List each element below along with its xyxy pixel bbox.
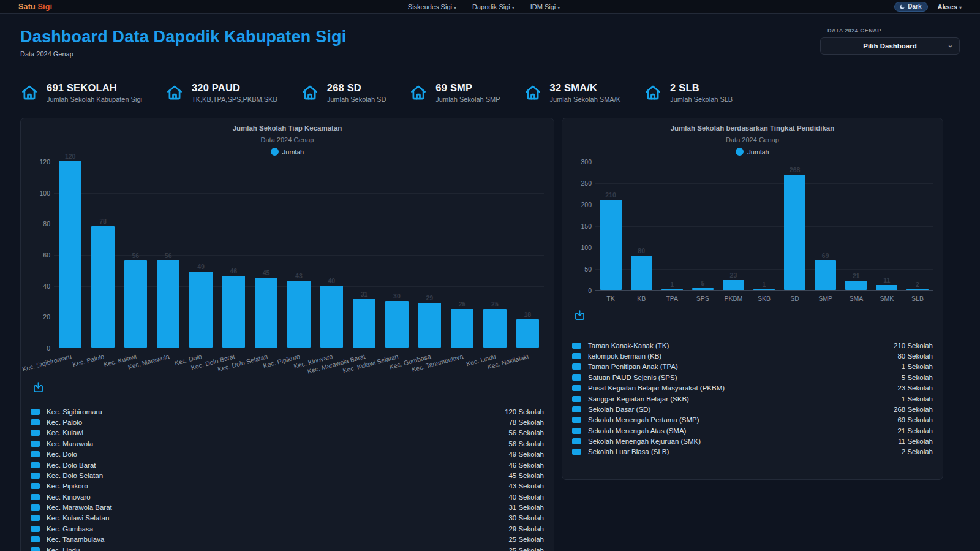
bar-slot: 210 xyxy=(595,191,626,290)
legend-row-value: 31 Sekolah xyxy=(508,504,544,511)
bar[interactable] xyxy=(418,303,441,348)
legend-row: Kec. Tanambulava25 Sekolah xyxy=(31,534,544,545)
bar-value-label: 268 xyxy=(790,166,801,173)
bar-slot: 43 xyxy=(282,272,315,348)
legend-marker-icon xyxy=(572,438,581,444)
bar-slot: 268 xyxy=(780,166,810,290)
legend-row: kelompok bermain (KB)80 Sekolah xyxy=(572,351,933,361)
legend-marker-icon xyxy=(572,353,581,359)
legend-marker-icon xyxy=(572,449,581,455)
bar-slot: 69 xyxy=(810,252,841,290)
bar-slot: 5 xyxy=(687,279,718,291)
bar[interactable] xyxy=(157,260,179,348)
legend-row: Sanggar Kegiatan Belajar (SKB)1 Sekolah xyxy=(572,393,933,404)
legend-row-value: 210 Sekolah xyxy=(894,342,933,349)
legend-row-label: Kec. Dolo Selatan xyxy=(47,472,103,479)
x-axis-label: SLB xyxy=(911,295,924,302)
bar[interactable] xyxy=(815,260,836,290)
bar-slot: 56 xyxy=(119,252,152,348)
legend-marker-icon xyxy=(572,396,581,402)
bar[interactable] xyxy=(124,260,147,348)
legend-row: Sekolah Menengah Kejuruan (SMK)11 Sekola… xyxy=(572,436,933,446)
y-axis-tick: 20 xyxy=(31,313,50,321)
bar[interactable] xyxy=(600,200,622,290)
bar[interactable] xyxy=(320,286,343,348)
chart-legend-jumlah[interactable]: Jumlah xyxy=(572,148,933,156)
bar[interactable] xyxy=(516,319,539,348)
download-chart-button[interactable] xyxy=(573,309,586,322)
chevron-down-icon: ▾ xyxy=(454,5,456,10)
stat-value: 69 SMP xyxy=(435,82,500,94)
bar[interactable] xyxy=(631,256,652,290)
bar[interactable] xyxy=(287,281,310,348)
legend-row-value: 1 Sekolah xyxy=(902,363,933,370)
chart-legend-jumlah[interactable]: Jumlah xyxy=(31,148,544,156)
legend-row: Kec. Dolo Barat46 Sekolah xyxy=(31,460,544,470)
y-axis-tick: 40 xyxy=(31,283,50,290)
bar-value-label: 40 xyxy=(328,277,335,284)
legend-row-value: 69 Sekolah xyxy=(897,416,933,424)
bar-value-label: 25 xyxy=(491,300,499,308)
bar[interactable] xyxy=(692,288,714,291)
stat-item: 691 SEKOLAHJumlah Sekolah Kabupaten Sigi xyxy=(20,82,142,103)
akses-dropdown[interactable]: Akses ▾ xyxy=(938,3,962,10)
bar-slot: 31 xyxy=(348,291,380,348)
y-axis-tick: 120 xyxy=(31,158,50,165)
bar[interactable] xyxy=(753,289,775,291)
stat-desc: TK,KB,TPA,SPS,PKBM,SKB xyxy=(192,96,277,103)
dashboard-picker: DATA 2024 GENAP Pilih Dashboard ⌄ xyxy=(820,28,960,55)
x-axis-label: SD xyxy=(790,295,799,302)
legend-row: Kec. Pipikoro43 Sekolah xyxy=(31,481,544,492)
bar[interactable] xyxy=(451,309,473,348)
bar[interactable] xyxy=(784,175,805,290)
bar[interactable] xyxy=(907,289,928,291)
nav-item-label: Dapodik Sigi xyxy=(472,3,510,10)
legend-row-value: 56 Sekolah xyxy=(508,429,544,436)
x-axis-label: PKBM xyxy=(725,295,743,302)
bar[interactable] xyxy=(91,226,114,348)
legend-marker-icon xyxy=(31,494,40,500)
legend-row-label: Kec. Lindu xyxy=(47,547,80,551)
bar-slot: 40 xyxy=(315,277,348,348)
x-axis-label: SMK xyxy=(880,295,894,302)
stat-item: 32 SMA/KJumlah Sekolah SMA/K xyxy=(524,82,621,103)
page-subtitle: Data 2024 Genap xyxy=(20,50,346,58)
bar-chart-plot: 050100150200250300 21080152312686921112 xyxy=(595,162,933,291)
nav-item-siskeudes[interactable]: Siskeudes Sigi▾ xyxy=(408,3,456,10)
nav-item-label: IDM Sigi xyxy=(530,3,556,10)
nav-item-idm[interactable]: IDM Sigi▾ xyxy=(530,3,560,10)
legend-marker-icon xyxy=(31,515,40,521)
bar[interactable] xyxy=(222,276,245,348)
download-chart-button[interactable] xyxy=(32,381,45,394)
nav-item-dapodik[interactable]: Dapodik Sigi▾ xyxy=(472,3,514,10)
stat-desc: Jumlah Sekolah Kabupaten Sigi xyxy=(47,96,142,103)
bar[interactable] xyxy=(662,289,683,291)
bar[interactable] xyxy=(385,301,408,348)
legend-row-label: Sanggar Kegiatan Belajar (SKB) xyxy=(588,395,689,403)
bar[interactable] xyxy=(353,299,375,348)
legend-row-label: Kec. Marawola Barat xyxy=(47,504,112,511)
bar[interactable] xyxy=(59,161,81,348)
bar[interactable] xyxy=(845,281,867,290)
legend-marker-icon xyxy=(31,462,40,468)
bar[interactable] xyxy=(723,280,744,290)
bar-value-label: 11 xyxy=(883,276,890,284)
brand-satu: Satu xyxy=(18,2,36,11)
bar[interactable] xyxy=(189,272,212,348)
x-axis-label: SMP xyxy=(818,295,832,302)
legend-row-label: Satuan PAUD Sejenis (SPS) xyxy=(588,374,677,381)
bar[interactable] xyxy=(255,278,277,348)
brand-sigi: Sigi xyxy=(38,2,53,11)
dark-mode-toggle[interactable]: Dark xyxy=(894,2,927,12)
y-axis-tick: 60 xyxy=(31,251,50,259)
bar[interactable] xyxy=(876,285,897,290)
home-icon xyxy=(524,83,542,102)
chevron-down-icon: ▾ xyxy=(512,5,514,10)
pilih-dashboard-select[interactable]: Pilih Dashboard ⌄ xyxy=(820,37,960,55)
bar[interactable] xyxy=(483,309,506,348)
y-axis-tick: 0 xyxy=(572,287,592,294)
legend-marker-icon xyxy=(31,473,40,479)
y-axis-tick: 80 xyxy=(31,220,50,227)
brand-logo[interactable]: Satu Sigi xyxy=(18,2,52,11)
bar-slot: 21 xyxy=(841,272,872,290)
